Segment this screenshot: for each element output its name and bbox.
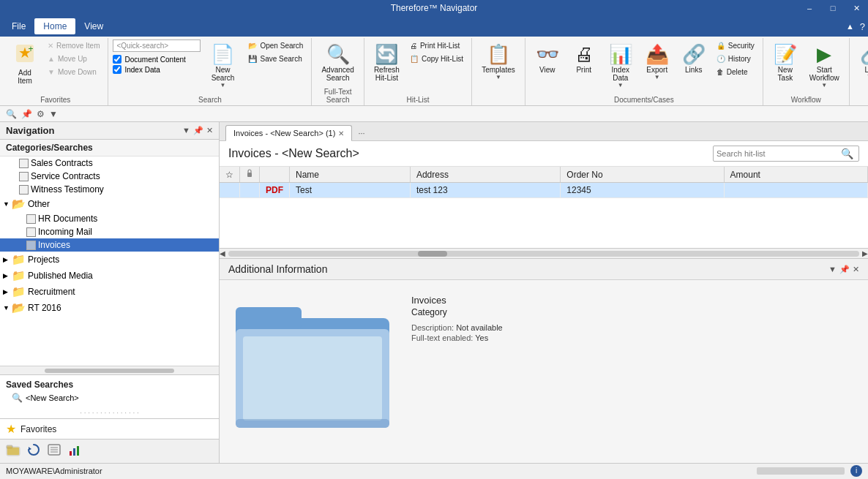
svg-rect-19 [236, 419, 389, 428]
tree-item-witness-testimony[interactable]: Witness Testimony [0, 183, 219, 196]
document-content-checkbox[interactable]: Document Content [113, 55, 201, 64]
export-button[interactable]: 📤 Export ▼ [640, 39, 675, 84]
menu-home[interactable]: Home [34, 18, 75, 34]
collapse-ribbon-button[interactable]: ▲ [846, 22, 854, 31]
delete-button[interactable]: 🗑 Delete [713, 66, 758, 78]
move-up-button[interactable]: ▲ Move Up [44, 53, 103, 65]
view-button[interactable]: 👓 View [530, 39, 565, 78]
cell-lock [240, 183, 260, 198]
folder-preview-svg [228, 289, 397, 435]
print-hitlist-button[interactable]: 🖨 Print Hit-List [406, 39, 467, 52]
saved-search-new[interactable]: 🔍 <New Search> [0, 391, 219, 404]
save-search-button[interactable]: 💾 Save Search [244, 53, 307, 65]
tree-item-incoming-mail[interactable]: Incoming Mail [0, 225, 219, 238]
index-data-check[interactable] [113, 65, 121, 74]
advanced-search-button[interactable]: 🔍 AdvancedSearch [316, 39, 359, 86]
folder-icon-projects: 📁 [12, 253, 26, 266]
tree-item-invoices[interactable]: Invoices [0, 238, 219, 252]
menu-view[interactable]: View [75, 18, 112, 34]
index-data-label2: IndexData [612, 66, 629, 82]
h-scroll-area[interactable]: ◀ ▶ [220, 248, 868, 258]
doc-icon-invoices [26, 241, 36, 250]
search-hitlist-input[interactable] [717, 149, 841, 158]
ai-dropdown-btn[interactable]: ▼ [828, 265, 837, 274]
h-scroll-right-btn[interactable]: ▶ [862, 249, 868, 257]
h-scroll-left-btn[interactable]: ◀ [220, 249, 225, 257]
document-content-check[interactable] [113, 55, 121, 64]
nav-settings-icon[interactable]: ⚙ [37, 109, 45, 119]
ribbon-buttons-fulltext: 🔍 AdvancedSearch [316, 39, 359, 86]
minimize-button[interactable]: – [798, 0, 821, 16]
status-info-button[interactable]: i [850, 465, 862, 477]
quick-search-input[interactable]: <Quick-search> [113, 39, 201, 52]
tree-h-scrollbar[interactable] [0, 366, 219, 374]
open-search-button[interactable]: 📂 Open Search [244, 39, 307, 52]
tree-container[interactable]: Sales Contracts Service Contracts Witnes… [0, 156, 219, 366]
table-row[interactable]: PDF Test test 123 12345 [220, 183, 868, 198]
tree-item-sales-contracts[interactable]: Sales Contracts [0, 156, 219, 170]
tab-invoices-search[interactable]: Invoices - <New Search> (1) ✕ [225, 125, 352, 141]
tab-invoices-close-icon[interactable]: ✕ [338, 129, 344, 137]
col-header-amount[interactable]: Amount [724, 167, 867, 183]
start-workflow-icon: ▶ [817, 43, 831, 66]
ribbon-group-documents-label: Documents/Cases [530, 94, 758, 105]
ribbon-col-hitlist-actions: 🖨 Print Hit-List 📋 Copy Hit-List [406, 39, 467, 65]
advanced-search-icon: 🔍 [326, 43, 350, 66]
tree-item-recruitment[interactable]: ▶ 📁 Recruitment [0, 284, 219, 300]
nav-collapse-btn[interactable]: ▼ [182, 126, 190, 135]
new-search-dropdown-arrow: ▼ [220, 82, 226, 88]
add-item-button[interactable]: ★+ AddItem [7, 39, 42, 88]
move-down-button[interactable]: ▼ Move Down [44, 66, 103, 78]
templates-button[interactable]: 📋 Templates ▼ [476, 39, 520, 84]
ribbon-group-fulltext-label: Full-Text Search [316, 86, 359, 105]
nav-search-icon[interactable]: 🔍 [6, 109, 17, 119]
tab-more-button[interactable]: ··· [353, 126, 369, 140]
refresh-hitlist-button[interactable]: 🔄 RefreshHit-List [369, 39, 405, 86]
links-button[interactable]: 🔗 Links [676, 39, 711, 78]
ribbon-group-hitlist: 🔄 RefreshHit-List 🖨 Print Hit-List 📋 Cop… [364, 38, 472, 105]
ai-pin-btn[interactable]: 📌 [839, 265, 850, 274]
col-header-name[interactable]: Name [290, 167, 411, 183]
link-to-button[interactable]: 🔗 LinkTo [854, 39, 868, 86]
tree-item-published-media[interactable]: ▶ 📁 Published Media [0, 268, 219, 284]
copy-hitlist-button[interactable]: 📋 Copy Hit-List [406, 53, 467, 65]
remove-item-button[interactable]: ✕ Remove Item [44, 39, 103, 52]
col-header-address[interactable]: Address [410, 167, 560, 183]
hit-list[interactable]: ☆ Name Address Order No Amount [220, 167, 868, 248]
tree-item-other[interactable]: ▼ 📂 Other [0, 196, 219, 212]
help-button[interactable]: ? [860, 21, 865, 32]
doc-icon-hr [26, 214, 36, 224]
ai-close-btn[interactable]: ✕ [853, 265, 859, 274]
ribbon-group-workflow: 📝 NewTask ▶ StartWorkflow ▼ Workflow [763, 38, 850, 105]
history-button[interactable]: 🕐 History [713, 53, 758, 65]
security-button[interactable]: 🔒 Security [713, 39, 758, 52]
tree-item-hr-documents[interactable]: HR Documents [0, 212, 219, 225]
start-workflow-button[interactable]: ▶ StartWorkflow ▼ [804, 39, 845, 92]
tree-item-service-contracts[interactable]: Service Contracts [0, 170, 219, 183]
nav-chart-btn[interactable] [67, 442, 82, 460]
h-scroll-bar[interactable] [228, 251, 859, 257]
nav-folder-btn[interactable] [6, 442, 20, 460]
print-button[interactable]: 🖨 Print [566, 39, 602, 78]
tree-item-rt2016[interactable]: ▼ 📂 RT 2016 [0, 300, 219, 316]
delete-label: Delete [727, 68, 748, 76]
tree-label-sales-contracts: Sales Contracts [31, 158, 93, 168]
print-icon: 🖨 [575, 43, 594, 66]
nav-pin-btn[interactable]: 📌 [193, 126, 203, 135]
index-data-checkbox[interactable]: Index Data [113, 65, 201, 74]
search-hitlist-icon[interactable]: 🔍 [841, 148, 853, 159]
maximize-button[interactable]: □ [821, 0, 845, 16]
nav-refresh-btn[interactable] [26, 442, 41, 460]
new-task-button[interactable]: 📝 NewTask [768, 39, 803, 86]
nav-more-icon[interactable]: ▼ [49, 109, 58, 119]
index-data-button[interactable]: 📊 IndexData ▼ [603, 39, 638, 92]
col-header-orderno[interactable]: Order No [561, 167, 724, 183]
tree-item-projects[interactable]: ▶ 📁 Projects [0, 252, 219, 268]
nav-list-btn[interactable] [47, 442, 61, 460]
nav-pin-icon[interactable]: 📌 [21, 109, 32, 119]
close-button[interactable]: ✕ [845, 0, 868, 16]
new-task-label: NewTask [778, 66, 793, 82]
new-search-button[interactable]: 📄 NewSearch ▼ [205, 39, 240, 92]
nav-close-btn[interactable]: ✕ [206, 126, 213, 135]
menu-file[interactable]: File [3, 18, 34, 34]
